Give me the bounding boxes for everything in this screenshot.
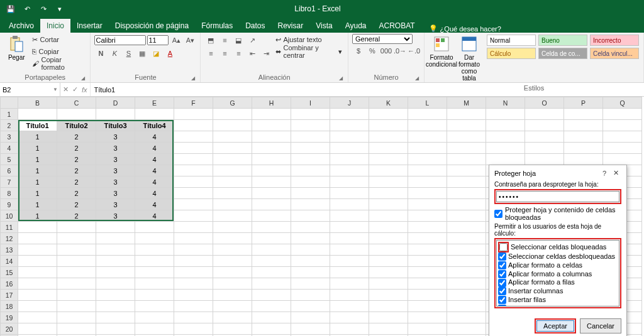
cell-B1[interactable] bbox=[18, 109, 57, 120]
cell-B8[interactable]: 1 bbox=[18, 188, 57, 199]
cell-B13[interactable] bbox=[18, 244, 57, 256]
cell-C7[interactable]: 2 bbox=[57, 176, 96, 188]
row-header-7[interactable]: 7 bbox=[1, 176, 18, 188]
qat-dropdown-icon[interactable]: ▾ bbox=[53, 2, 67, 16]
cancel-button[interactable]: Cancelar bbox=[580, 318, 621, 333]
cell-I20[interactable] bbox=[291, 323, 330, 335]
cell-J17[interactable] bbox=[330, 290, 369, 301]
underline-button[interactable]: S bbox=[122, 47, 135, 60]
col-header-M[interactable]: M bbox=[447, 97, 486, 109]
cell-J18[interactable] bbox=[330, 301, 369, 312]
cell-K4[interactable] bbox=[369, 143, 408, 154]
row-header-5[interactable]: 5 bbox=[1, 154, 18, 165]
cell-F4[interactable] bbox=[174, 143, 213, 154]
cell-L18[interactable] bbox=[408, 301, 447, 312]
perm-item[interactable]: Insertar hipervínculos bbox=[498, 305, 618, 307]
row-header-13[interactable]: 13 bbox=[1, 244, 18, 256]
cell-F5[interactable] bbox=[174, 154, 213, 165]
increase-font-icon[interactable]: A▴ bbox=[170, 34, 182, 46]
cell-I8[interactable] bbox=[291, 188, 330, 199]
col-header-F[interactable]: F bbox=[174, 97, 213, 109]
style-normal[interactable]: Normal bbox=[487, 35, 536, 46]
fill-color-button[interactable]: ◪ bbox=[150, 47, 162, 60]
cell-E18[interactable] bbox=[135, 301, 174, 312]
cell-C9[interactable]: 2 bbox=[57, 199, 96, 210]
cell-J20[interactable] bbox=[330, 323, 369, 335]
cell-M13[interactable] bbox=[447, 244, 486, 256]
cell-I10[interactable] bbox=[291, 210, 330, 222]
cell-L7[interactable] bbox=[408, 176, 447, 188]
cell-J1[interactable] bbox=[330, 109, 369, 120]
cell-E13[interactable] bbox=[135, 244, 174, 256]
cell-F14[interactable] bbox=[174, 256, 213, 267]
cell-D11[interactable] bbox=[96, 222, 135, 233]
cell-K3[interactable] bbox=[369, 131, 408, 143]
col-header-P[interactable]: P bbox=[564, 97, 603, 109]
cell-D14[interactable] bbox=[96, 256, 135, 267]
row-header-12[interactable]: 12 bbox=[1, 233, 18, 244]
launcher-icon[interactable]: ◢ bbox=[339, 75, 343, 81]
cell-C19[interactable] bbox=[57, 312, 96, 323]
cell-D15[interactable] bbox=[96, 267, 135, 278]
col-header-E[interactable]: E bbox=[135, 97, 174, 109]
cell-F2[interactable] bbox=[174, 120, 213, 131]
cell-K9[interactable] bbox=[369, 199, 408, 210]
cell-L19[interactable] bbox=[408, 312, 447, 323]
perm-checkbox[interactable] bbox=[498, 252, 506, 261]
cell-H15[interactable] bbox=[252, 267, 291, 278]
cell-E14[interactable] bbox=[135, 256, 174, 267]
cell-H9[interactable] bbox=[252, 199, 291, 210]
style-incorrecto[interactable]: Incorrecto bbox=[590, 35, 639, 46]
row-header-4[interactable]: 4 bbox=[1, 143, 18, 154]
cell-B12[interactable] bbox=[18, 233, 57, 244]
cell-J2[interactable] bbox=[330, 120, 369, 131]
cell-H19[interactable] bbox=[252, 312, 291, 323]
cell-M11[interactable] bbox=[447, 222, 486, 233]
increase-decimal-icon[interactable]: .0→ bbox=[394, 45, 406, 57]
cell-D12[interactable] bbox=[96, 233, 135, 244]
cell-J9[interactable] bbox=[330, 199, 369, 210]
cell-B7[interactable]: 1 bbox=[18, 176, 57, 188]
cell-K5[interactable] bbox=[369, 154, 408, 165]
tell-me[interactable]: 💡¿Qué desea hacer? bbox=[429, 24, 501, 33]
cell-M5[interactable] bbox=[447, 154, 486, 165]
cell-F10[interactable] bbox=[174, 210, 213, 222]
cell-E11[interactable] bbox=[135, 222, 174, 233]
cell-F1[interactable] bbox=[174, 109, 213, 120]
cell-J16[interactable] bbox=[330, 278, 369, 290]
tab-formulas[interactable]: Fórmulas bbox=[195, 19, 239, 33]
col-header-K[interactable]: K bbox=[369, 97, 408, 109]
decrease-decimal-icon[interactable]: ←.0 bbox=[408, 45, 420, 57]
cell-O1[interactable] bbox=[525, 109, 564, 120]
cell-B10[interactable]: 1 bbox=[18, 210, 57, 222]
bold-button[interactable]: N bbox=[94, 47, 107, 60]
cell-M12[interactable] bbox=[447, 233, 486, 244]
cell-J11[interactable] bbox=[330, 222, 369, 233]
col-header-H[interactable]: H bbox=[252, 97, 291, 109]
cell-L1[interactable] bbox=[408, 109, 447, 120]
cell-F3[interactable] bbox=[174, 131, 213, 143]
cell-I14[interactable] bbox=[291, 256, 330, 267]
perm-checkbox[interactable] bbox=[498, 279, 506, 287]
cell-H13[interactable] bbox=[252, 244, 291, 256]
cell-H18[interactable] bbox=[252, 301, 291, 312]
cell-M19[interactable] bbox=[447, 312, 486, 323]
style-bueno[interactable]: Bueno bbox=[538, 35, 587, 46]
col-header-J[interactable]: J bbox=[330, 97, 369, 109]
cell-L6[interactable] bbox=[408, 165, 447, 176]
cell-D19[interactable] bbox=[96, 312, 135, 323]
perm-item[interactable]: Insertar filas bbox=[498, 296, 618, 305]
cell-C10[interactable]: 2 bbox=[57, 210, 96, 222]
cell-P5[interactable] bbox=[564, 154, 603, 165]
cell-I15[interactable] bbox=[291, 267, 330, 278]
cell-H6[interactable] bbox=[252, 165, 291, 176]
cell-M1[interactable] bbox=[447, 109, 486, 120]
cell-Q4[interactable] bbox=[603, 143, 642, 154]
format-table-button[interactable]: Dar formato como tabla bbox=[456, 34, 482, 83]
cell-B15[interactable] bbox=[18, 267, 57, 278]
cell-I18[interactable] bbox=[291, 301, 330, 312]
cell-M15[interactable] bbox=[447, 267, 486, 278]
cell-J15[interactable] bbox=[330, 267, 369, 278]
cell-E19[interactable] bbox=[135, 312, 174, 323]
cell-D20[interactable] bbox=[96, 323, 135, 335]
